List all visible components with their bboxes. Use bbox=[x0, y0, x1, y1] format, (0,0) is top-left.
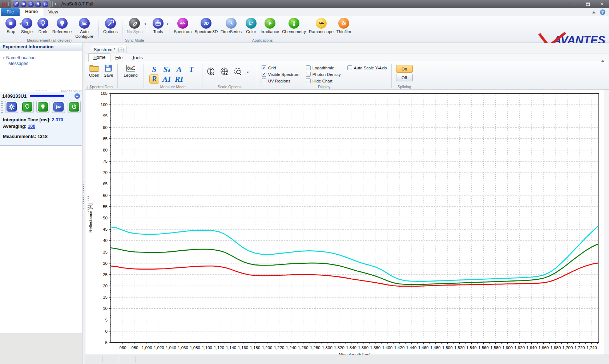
checkbox-box[interactable] bbox=[306, 78, 311, 83]
integration-time-label: Integration Time [ms]: bbox=[3, 117, 51, 122]
measure-mode-r[interactable]: R bbox=[149, 74, 159, 84]
tree-item-messages[interactable]: Messages bbox=[2, 61, 80, 66]
collapse-ribbon-icon[interactable] bbox=[592, 11, 596, 13]
device-auto-configure-button[interactable]: ∫ac bbox=[52, 101, 65, 113]
maximize-button[interactable] bbox=[582, 1, 594, 7]
scale-dropdown-icon[interactable]: ▾ bbox=[247, 70, 249, 74]
checkbox-box[interactable] bbox=[306, 72, 311, 77]
ramanscope-button[interactable]: Ramanscope bbox=[307, 17, 335, 35]
tab-spectrum-1[interactable]: Spectrum 1 ✕ bbox=[91, 46, 126, 53]
collapse-toolbar-icon[interactable] bbox=[601, 55, 605, 62]
save-button[interactable]: Save bbox=[104, 64, 113, 77]
checkbox-grid[interactable]: ✔Grid bbox=[262, 65, 299, 70]
sync-dropdown-icon[interactable]: ▾ bbox=[145, 22, 146, 26]
splitter-grip[interactable] bbox=[83, 182, 84, 209]
doc-tab-home[interactable]: Home bbox=[88, 53, 110, 62]
legend-button[interactable]: Legend bbox=[124, 64, 137, 77]
window-buttons: – ✕ bbox=[568, 1, 608, 7]
splining-off-button[interactable]: Off bbox=[396, 74, 413, 81]
open-button[interactable]: Open bbox=[89, 64, 99, 77]
checkbox-box[interactable] bbox=[347, 65, 352, 70]
svg-text:1,300: 1,300 bbox=[322, 345, 332, 350]
tab-home[interactable]: Home bbox=[20, 8, 43, 16]
single-button[interactable]: 1 Single bbox=[19, 17, 35, 35]
ramanscope-label: Ramanscope bbox=[309, 29, 334, 34]
measure-mode-ri[interactable]: RI bbox=[174, 75, 184, 83]
close-button[interactable]: ✕ bbox=[596, 1, 608, 7]
auto-configure-button[interactable]: ∫ac Auto Configure bbox=[73, 17, 96, 39]
stop-button[interactable]: Stop ▾ bbox=[3, 17, 19, 35]
svg-text:Reflectance [%]: Reflectance [%] bbox=[88, 203, 93, 233]
dark-button[interactable]: Dark bbox=[35, 17, 51, 35]
tree-expander-icon[interactable] bbox=[3, 56, 5, 59]
qat-dropdown-icon[interactable]: ▾ bbox=[55, 2, 56, 6]
irradiance-button[interactable]: Irradiance bbox=[259, 17, 281, 35]
group-legend: Legend bbox=[118, 62, 143, 89]
thinfilm-button[interactable]: Thinfilm bbox=[335, 17, 352, 35]
device-dark-button[interactable] bbox=[21, 101, 34, 113]
reference-button[interactable]: Reference bbox=[51, 17, 73, 35]
color-button[interactable]: L* Color bbox=[243, 17, 259, 35]
svg-text:1: 1 bbox=[26, 20, 29, 27]
device-reference-button[interactable] bbox=[36, 101, 49, 113]
no-sync-button[interactable]: No Sync ▾ bbox=[125, 17, 144, 35]
checkbox-box[interactable]: ✔ bbox=[262, 72, 266, 77]
tree-item-name-location[interactable]: Name/Location bbox=[2, 55, 80, 61]
measure-mode-s[interactable]: S bbox=[151, 65, 158, 73]
collapse-device-panel-button[interactable]: – bbox=[74, 93, 80, 99]
dark-bulb-icon[interactable] bbox=[28, 1, 34, 7]
irradiance-label: Irradiance bbox=[261, 29, 279, 34]
doc-tab-file[interactable]: File bbox=[110, 54, 127, 62]
panel-splitter-grip[interactable]: ········· bbox=[0, 89, 82, 91]
svg-text:1,100: 1,100 bbox=[202, 345, 212, 350]
device-power-button[interactable] bbox=[68, 101, 81, 113]
measure-mode-t[interactable]: T bbox=[188, 65, 195, 73]
help-icon[interactable]: ? bbox=[600, 9, 605, 15]
device-settings-button[interactable] bbox=[5, 101, 18, 113]
svg-text:1,000: 1,000 bbox=[142, 345, 152, 350]
spectrum-button[interactable]: Spectrum bbox=[172, 17, 193, 35]
tools-button[interactable]: Tools ▾ bbox=[150, 17, 166, 35]
checkbox-photon-density[interactable]: Photon Density bbox=[306, 72, 341, 77]
measure-mode-ai[interactable]: AI bbox=[161, 75, 172, 83]
doc-tab-tools[interactable]: Tools bbox=[128, 54, 148, 62]
checkbox-uv-regions[interactable]: UV Regions bbox=[262, 78, 299, 83]
spectrum3d-button[interactable]: 3D Spectrum3D bbox=[193, 17, 219, 35]
checkbox-auto-scale-y-axis[interactable]: Auto Scale Y-Axis bbox=[347, 65, 387, 70]
auto-configure-icon[interactable]: ∫ac bbox=[42, 1, 48, 7]
options-button[interactable]: Options bbox=[102, 17, 119, 35]
checkbox-visible-spectrum[interactable]: ✔Visible Spectrum bbox=[262, 72, 299, 77]
averaging-value[interactable]: 100 bbox=[28, 124, 35, 129]
spectrum-chart[interactable]: 9609801,0001,0201,0401,0601,0801,1001,12… bbox=[86, 90, 604, 355]
measure-mode-sd[interactable]: Sd bbox=[162, 65, 171, 73]
checkbox-box[interactable]: ✔ bbox=[262, 65, 266, 70]
checkbox-box[interactable] bbox=[306, 65, 311, 70]
checkbox-hide-chart[interactable]: Hide Chart bbox=[306, 78, 341, 83]
chemometry-button[interactable]: Chemometry bbox=[281, 17, 307, 35]
group-label-sync-mode: Sync Mode bbox=[122, 38, 147, 43]
stop-icon[interactable] bbox=[20, 1, 27, 7]
tab-file[interactable]: File bbox=[1, 8, 20, 16]
panel-footer bbox=[0, 333, 82, 364]
checkbox-label: Grid bbox=[268, 66, 276, 70]
device-toolbar-grip[interactable] bbox=[1, 101, 3, 114]
checkbox-box[interactable] bbox=[262, 78, 266, 83]
measure-mode-a[interactable]: A bbox=[175, 65, 183, 73]
tools-dropdown-icon[interactable]: ▾ bbox=[167, 22, 169, 26]
svg-text:980: 980 bbox=[132, 345, 138, 350]
integration-time-value[interactable]: 2.370 bbox=[52, 117, 63, 122]
close-tab-icon[interactable]: ✕ bbox=[118, 48, 124, 52]
zoom-all-directions-icon[interactable] bbox=[220, 67, 229, 77]
minimize-button[interactable]: – bbox=[568, 1, 580, 7]
zoom-vertical-icon[interactable] bbox=[207, 67, 215, 77]
reference-bulb-icon[interactable] bbox=[35, 1, 41, 7]
averaging-label: Averaging: bbox=[3, 124, 27, 129]
splining-on-button[interactable]: On bbox=[396, 65, 413, 73]
wrench-icon[interactable] bbox=[13, 1, 19, 7]
timeseries-button[interactable]: TimeSeries bbox=[219, 17, 243, 35]
chart-splitter-grip[interactable] bbox=[88, 196, 89, 215]
tab-view[interactable]: View bbox=[43, 8, 63, 16]
checkbox-logarithmic[interactable]: Logarithmic bbox=[306, 65, 341, 70]
zoom-region-icon[interactable] bbox=[234, 67, 242, 77]
group-measurement: Stop ▾ 1 Single Dark Reference ∫ac Auto … bbox=[0, 16, 98, 43]
